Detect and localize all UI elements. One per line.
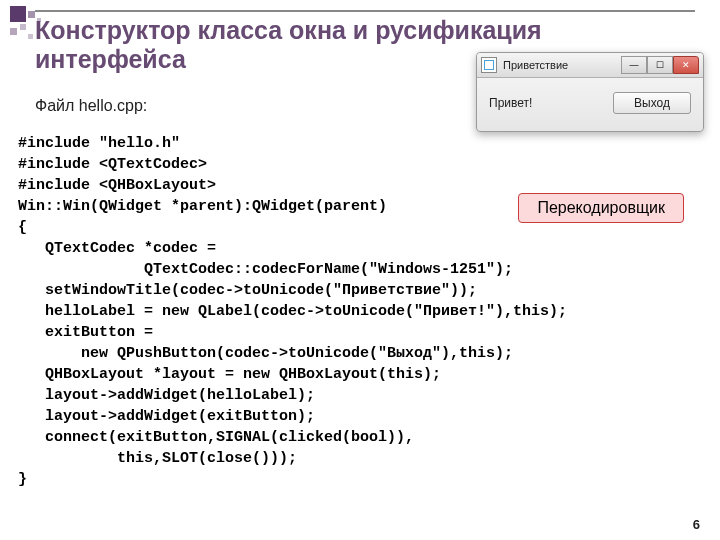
example-window: Приветствие — ☐ ✕ Привет! Выход: [476, 52, 704, 132]
callout-box: Перекодировщик: [518, 193, 684, 223]
window-title: Приветствие: [503, 59, 621, 71]
close-button[interactable]: ✕: [673, 56, 699, 74]
maximize-button[interactable]: ☐: [647, 56, 673, 74]
window-body: Привет! Выход: [477, 78, 703, 128]
minimize-button[interactable]: —: [621, 56, 647, 74]
page-number: 6: [693, 517, 700, 532]
file-label: Файл hello.cpp:: [35, 97, 147, 115]
code-listing: #include "hello.h" #include <QTextCodec>…: [18, 133, 567, 490]
hello-label: Привет!: [489, 96, 532, 110]
window-app-icon: [481, 57, 497, 73]
title-divider: [35, 10, 695, 12]
exit-button[interactable]: Выход: [613, 92, 691, 114]
window-titlebar: Приветствие — ☐ ✕: [477, 53, 703, 78]
